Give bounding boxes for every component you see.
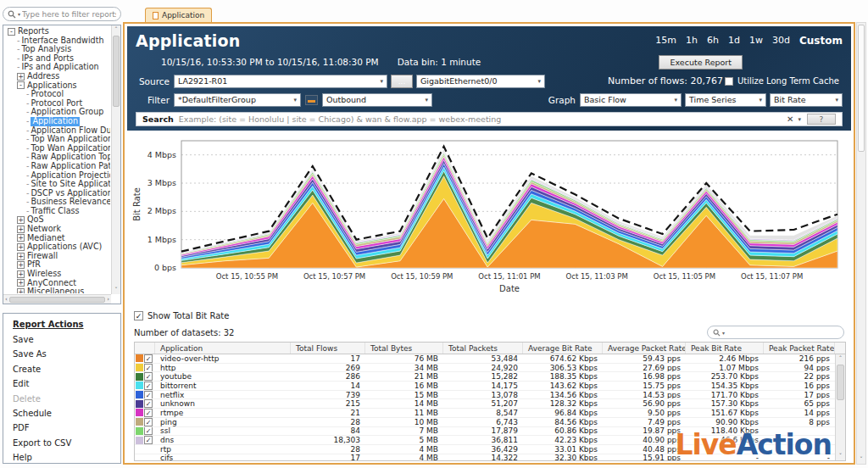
execute-report-button[interactable]: Execute Report [659,55,743,70]
cache-checkbox[interactable] [725,77,733,86]
tree-item-traffic-class[interactable]: -Traffic Class [5,207,110,216]
row-checkbox[interactable]: ✓ [144,427,153,436]
tree-item-ips-and-ports[interactable]: -IPs and Ports [5,54,110,64]
action-create[interactable]: Create [13,362,111,376]
source-select[interactable]: LA2921-R01 ▾ [174,75,387,88]
tree-item-address[interactable]: +Address [5,72,110,81]
direction-select[interactable]: Outbound ▾ [322,93,432,107]
row-checkbox[interactable]: ✓ [144,436,153,444]
tree-item-applications-avc-[interactable]: +Applications (AVC) [5,242,110,252]
action-pdf[interactable]: PDF [13,421,111,435]
graph-type-select[interactable]: Basic Flow ▾ [580,93,682,107]
column-header-avg_pkt[interactable]: Average Packet Rate [603,343,686,354]
time-range-custom[interactable]: Custom [799,35,843,47]
tree-hscrollbar-thumb[interactable] [9,297,105,303]
table-row-youtube[interactable]: ✓youtube28621 MB15,282188.35 Kbps16.98 p… [135,372,845,382]
expand-icon[interactable]: + [17,226,25,233]
expand-icon[interactable]: + [17,243,25,251]
tree-item-miscellaneous[interactable]: +Miscellaneous [5,287,110,293]
table-row-netflix[interactable]: ✓netflix73915 MB13,078134.56 Kbps14.53 p… [135,391,845,400]
action-save-as[interactable]: Save As [13,347,111,361]
tree-item-top-wan-applications[interactable]: -Top Wan Applications [5,135,110,144]
tree-item-protocol-port[interactable]: -Protocol Port [5,99,110,109]
tree-scrollbar-thumb[interactable] [113,36,120,107]
time-range-1d[interactable]: 1d [728,35,740,47]
action-export-to-csv[interactable]: Export to CSV [13,436,111,450]
table-row-ssl[interactable]: ✓ssl847 MB17,87960.86 Kbps19.87 pps118.4… [135,427,845,437]
table-row-rtp[interactable]: rtp284 MB36,42933.01 Kbps40.48 pps- [135,445,845,454]
row-checkbox[interactable]: ✓ [144,364,153,372]
expand-icon[interactable]: + [17,253,25,260]
collapse-icon[interactable]: - [8,28,15,36]
table-row-dns[interactable]: ✓dns18,3035 MB36,81142.23 Kbps40.90 pps4… [135,436,845,445]
tree-vertical-scrollbar[interactable]: ˄ ˅ [111,25,120,294]
table-row-unknown[interactable]: ✓unknown21514 MB51,207128.32 Kbps56.90 p… [135,399,845,409]
column-header-peak_bit[interactable]: Peak Bit Rate [686,343,764,354]
scroll-down-icon[interactable]: ˅ [112,287,120,293]
tree-item-application-group[interactable]: -Application Group [5,108,110,117]
action-schedule[interactable]: Schedule [13,406,111,421]
row-checkbox[interactable]: ✓ [144,399,153,408]
filter-display-icon[interactable] [305,95,318,105]
close-icon[interactable]: ✕ [787,114,793,124]
expand-icon[interactable]: + [17,234,25,242]
table-row-bittorrent[interactable]: ✓bittorrent1416 MB14,175143.62 Kbps15.75… [135,382,845,391]
scroll-right-icon[interactable]: › [107,296,109,303]
tree-item-dscp-vs-application[interactable]: -DSCP vs Application [5,189,110,198]
tree-item-site-to-site-applicatio[interactable]: -Site to Site Applicatio [5,180,110,189]
tree-item-firewall[interactable]: +Firewall [5,252,110,261]
tree-item-ips-and-application[interactable]: -IPs and Application [5,63,110,72]
column-header-peak_pkt[interactable]: Peak Packet Rate [764,343,835,354]
tree-item-wireless[interactable]: +Wireless [5,270,110,279]
graph-series-select[interactable]: Time Series ▾ [685,93,766,107]
column-header-bytes[interactable]: Total Bytes [365,343,443,354]
column-header-avg_bit[interactable]: Average Bit Rate [523,343,603,354]
table-row-cifs[interactable]: cifs174 MB14,32232.30 Kbps15.91 pps-- [135,454,845,461]
tree-item-application-flow-dura[interactable]: -Application Flow Dura [5,126,110,136]
row-checkbox[interactable]: ✓ [144,418,153,426]
main-vertical-scrollbar[interactable]: ˅ [856,22,866,465]
tree-item-qos[interactable]: +QoS [5,215,110,225]
flow-search-bar[interactable]: Search Example: (site = Honolulu | site … [136,112,843,126]
main-scrollbar-thumb[interactable] [858,25,865,152]
tree-item-application-projection[interactable]: -Application Projection [5,171,110,181]
tree-item-top-analysis[interactable]: -Top Analysis [5,45,110,54]
filter-group-select[interactable]: *DefaultFilterGroup ▾ [174,93,301,107]
table-row-rtmpe[interactable]: ✓rtmpe2111 MB8,54796.84 Kbps9.50 pps151.… [135,409,845,418]
row-checkbox[interactable]: ✓ [144,391,153,399]
graph-metric-select[interactable]: Bit Rate ▾ [770,93,843,107]
tree-item-raw-application-topol[interactable]: -Raw Application Topol [5,153,110,162]
source-browse-button[interactable]: ... [391,75,413,88]
report-filter-input[interactable]: ▾ Type here to filter reports. [3,7,121,21]
scroll-up-icon[interactable]: ˄ [836,355,845,362]
tree-item-top-wan-appilcation-t[interactable]: -Top Wan Appilcation T [5,144,110,153]
collapse-icon[interactable]: - [17,81,25,89]
tree-horizontal-scrollbar[interactable]: ‹ › [3,294,111,304]
chevron-down-icon[interactable]: ▾ [798,116,801,123]
table-filter-input[interactable]: ▾ [707,326,844,339]
tree-item-protocol[interactable]: -Protocol [5,90,110,99]
row-checkbox[interactable]: ✓ [144,372,153,381]
table-vertical-scrollbar[interactable]: ˄ ˅ [835,354,845,460]
tree-item-pfr[interactable]: +PfR [5,260,110,270]
tree-item-anyconnect[interactable]: +AnyConnect [5,279,110,288]
expand-icon[interactable]: + [17,216,25,224]
scroll-down-icon[interactable]: ˅ [836,453,845,460]
scroll-down-icon[interactable]: ˅ [857,456,865,463]
column-header-flows[interactable]: Total Flows [291,343,365,354]
interface-select[interactable]: GigabitEthernet0/0 ▾ [416,75,545,88]
action-edit[interactable]: Edit [13,376,111,391]
tree-item-interface-bandwidth[interactable]: -Interface Bandwidth [5,36,110,46]
table-scrollbar-thumb[interactable] [837,365,844,400]
table-row-video-over-http[interactable]: ✓video-over-http1776 MB53,484674.62 Kbps… [135,354,845,364]
row-checkbox[interactable]: ✓ [144,354,153,363]
expand-icon[interactable]: + [17,279,25,287]
table-row-ping[interactable]: ✓ping2810 MB6,74384.56 Kbps7.49 pps90.90… [135,418,845,427]
column-header-app[interactable]: Application [155,343,291,354]
expand-icon[interactable]: + [17,261,25,269]
time-range-6h[interactable]: 6h [707,35,719,47]
row-checkbox[interactable]: ✓ [144,409,153,417]
time-range-1h[interactable]: 1h [686,35,698,47]
column-header-packets[interactable]: Total Packets [443,343,523,354]
time-range-30d[interactable]: 30d [772,35,790,47]
